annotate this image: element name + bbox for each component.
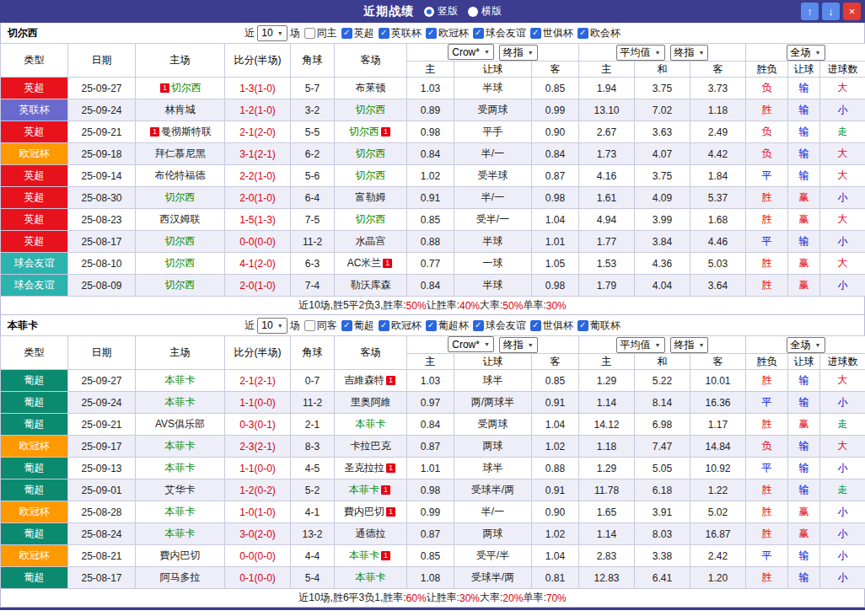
match-row: 葡超25-09-13本菲卡1-1(0-0)4-5圣克拉拉11.01球半0.881… (1, 458, 865, 479)
euro-away-odds: 10.01 (690, 370, 746, 392)
team-name: 切尔西 (356, 213, 386, 225)
league-filter-checkbox[interactable]: ✓英联杯 (379, 26, 422, 40)
league-filter-checkbox[interactable]: ✓世俱杯 (530, 319, 573, 333)
asia-home-odds: 0.91 (407, 187, 454, 209)
euro-away-odds: 1.68 (690, 209, 746, 231)
result-outcome: 负 (746, 436, 788, 458)
match-score: 2-0(1-0) (225, 275, 291, 297)
asia-handicap: 受平/半 (454, 545, 532, 567)
team-name: 拜仁慕尼黑 (155, 147, 206, 159)
column-header: 客场 (335, 336, 407, 370)
near-label: 近 (244, 26, 255, 40)
match-date: 25-09-24 (68, 392, 136, 414)
asia-odds-header: Crow*▼终指▼ (407, 44, 579, 62)
league-filter-checkbox[interactable]: ✓英超 (341, 26, 374, 40)
league-badge: 葡超 (1, 458, 68, 479)
match-row: 葡超25-08-17阿马多拉0-1(0-0)5-4本菲卡1.08受球半/两0.8… (1, 567, 865, 589)
league-filter-checkbox[interactable]: ✓欧冠杯 (379, 319, 422, 333)
asia-handicap: 半球 (454, 231, 532, 253)
league-filter-checkbox[interactable]: ✓欧会杯 (578, 26, 621, 40)
chevron-down-icon: ▼ (699, 342, 705, 348)
league-badge: 欧冠杯 (1, 501, 68, 523)
same-venue-checkbox[interactable]: 同主 (304, 26, 337, 40)
match-date: 25-08-21 (68, 545, 136, 567)
column-header: 角球 (291, 336, 335, 370)
match-date: 25-08-24 (68, 523, 136, 545)
league-filter-checkbox[interactable]: ✓世俱杯 (530, 26, 573, 40)
league-filter-checkbox[interactable]: ✓球会友谊 (473, 319, 526, 333)
layout-radio-vertical[interactable]: 竖版 (424, 4, 458, 19)
content-area: 切尔西近10▼场同主✓英超✓英联杯✓欧冠杯✓球会友谊✓世俱杯✓欧会杯类型日期主场… (0, 23, 865, 608)
goals-outcome: 大 (820, 370, 865, 392)
result-outcome: 负 (746, 143, 788, 165)
column-subheader: 主 (407, 62, 454, 78)
asia-handicap: 半/一 (454, 143, 532, 165)
match-row: 英超25-08-30切尔西2-0(1-0)6-4富勒姆0.91半/一0.981.… (1, 187, 865, 209)
layout-radio-horizontal[interactable]: 横版 (468, 4, 502, 19)
euro-draw-odds: 6.18 (635, 479, 690, 501)
euro-home-odds: 1.29 (579, 458, 635, 479)
match-count-select[interactable]: 10▼ (257, 318, 287, 334)
team-name: 林肯城 (165, 104, 196, 115)
league-filter-checkbox[interactable]: ✓葡超杯 (426, 319, 469, 333)
euro-home-odds: 11.78 (579, 479, 635, 501)
handicap-outcome: 输 (788, 121, 820, 143)
euro-home-odds: 13.10 (579, 99, 635, 121)
home-team-cell: 阿马多拉 (136, 567, 225, 589)
match-count-select[interactable]: 10▼ (257, 25, 287, 41)
asia-odds-time-select[interactable]: 终指▼ (499, 337, 538, 353)
close-button[interactable]: × (843, 3, 861, 20)
scope-select[interactable]: 全场▼ (787, 337, 825, 353)
asia-away-odds: 0.88 (532, 458, 579, 479)
column-subheader: 和 (635, 354, 690, 370)
asia-bookmaker-select[interactable]: Crow*▼ (448, 44, 494, 60)
scope-select[interactable]: 全场▼ (787, 45, 825, 61)
radio-selected-icon (424, 7, 434, 17)
scroll-down-button[interactable]: ↓ (822, 3, 840, 20)
column-subheader: 客 (532, 354, 579, 370)
checkbox-label: 球会友谊 (486, 319, 526, 333)
result-outcome: 负 (746, 121, 788, 143)
league-filter-checkbox[interactable]: ✓葡联杯 (578, 319, 621, 333)
corner-score: 2-1 (291, 414, 335, 436)
handicap-outcome: 输 (788, 370, 820, 392)
handicap-outcome: 赢 (788, 523, 820, 545)
titlebar-buttons: ↑ ↓ × (801, 3, 861, 20)
red-card-badge: 1 (386, 376, 395, 385)
league-badge: 欧冠杯 (1, 143, 68, 165)
team-name: 費内巴切 (160, 549, 201, 561)
asia-away-odds: 0.98 (532, 275, 579, 297)
euro-home-odds: 1.14 (579, 523, 635, 545)
handicap-outcome: 赢 (788, 253, 820, 275)
home-team-cell: 艾华卡 (136, 479, 225, 501)
euro-odds-time-select[interactable]: 终指▼ (670, 45, 709, 61)
same-venue-checkbox[interactable]: 同客 (304, 319, 337, 333)
scroll-up-button[interactable]: ↑ (801, 3, 819, 20)
asia-home-odds: 0.98 (407, 121, 454, 143)
summary-stat-value: 70% (546, 592, 567, 604)
euro-odds-time-select[interactable]: 终指▼ (670, 337, 709, 353)
league-badge: 葡超 (1, 479, 68, 501)
red-card-badge: 1 (381, 485, 390, 495)
match-date: 25-09-27 (68, 370, 136, 392)
euro-draw-odds: 4.07 (635, 143, 690, 165)
league-filter-checkbox[interactable]: ✓葡超 (341, 319, 374, 333)
handicap-outcome: 输 (788, 99, 820, 121)
asia-odds-time-select[interactable]: 终指▼ (499, 45, 538, 61)
goals-outcome: 大 (820, 209, 865, 231)
euro-bookmaker-select[interactable]: 平均值▼ (616, 45, 665, 61)
summary-stat-value: 20% (502, 592, 523, 604)
select-value: Crow* (452, 339, 480, 351)
euro-bookmaker-select[interactable]: 平均值▼ (616, 337, 665, 353)
summary-stat-value: 50% (406, 300, 427, 312)
goals-outcome: 小 (820, 187, 865, 209)
euro-draw-odds: 3.91 (635, 501, 690, 523)
match-row: 葡超25-09-01艾华卡1-2(0-2)5-2本菲卡10.98受球半/两0.9… (1, 479, 865, 501)
league-filter-checkbox[interactable]: ✓欧冠杯 (426, 26, 469, 40)
asia-handicap: 两球 (454, 436, 532, 458)
league-filter-checkbox[interactable]: ✓球会友谊 (473, 26, 526, 40)
asia-home-odds: 0.89 (407, 99, 454, 121)
radio-unselected-icon (468, 7, 478, 17)
asia-bookmaker-select[interactable]: Crow*▼ (448, 336, 494, 352)
goals-outcome: 大 (820, 165, 865, 187)
